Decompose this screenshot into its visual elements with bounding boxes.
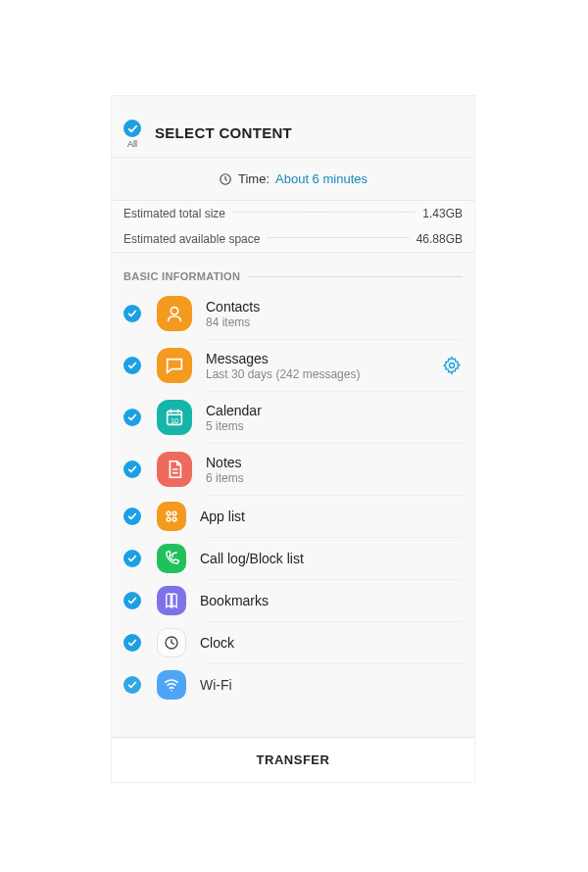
svg-point-6 <box>172 511 176 515</box>
available-space-row: Estimated available space 46.88GB <box>123 226 463 252</box>
item-text: Messages Last 30 days (242 messages) <box>206 351 441 381</box>
contacts-icon <box>157 296 192 331</box>
applist-icon <box>157 502 186 531</box>
item-title: Messages <box>206 351 441 366</box>
list-item-calllog[interactable]: Call log/Block list <box>123 538 463 579</box>
list-item-wifi[interactable]: Wi-Fi <box>123 664 463 705</box>
available-space-label: Estimated available space <box>123 232 260 246</box>
time-value: About 6 minutes <box>275 171 368 186</box>
header: All SELECT CONTENT <box>112 96 474 158</box>
checkbox-messages[interactable] <box>123 357 141 374</box>
checkbox-notes[interactable] <box>123 460 141 478</box>
calendar-icon: 10 <box>157 400 192 435</box>
size-info-block: Estimated total size 1.43GB Estimated av… <box>112 200 474 253</box>
svg-point-7 <box>167 517 171 521</box>
item-title: App list <box>200 509 463 524</box>
available-space-value: 46.88GB <box>416 232 463 246</box>
section-label: BASIC INFORMATION <box>123 270 240 282</box>
item-title: Notes <box>206 455 463 470</box>
phone-icon <box>157 544 186 573</box>
wifi-icon <box>157 670 186 700</box>
svg-point-8 <box>172 517 176 521</box>
item-text: Contacts 84 items <box>206 299 463 329</box>
notes-icon <box>157 452 192 487</box>
svg-point-1 <box>171 308 177 315</box>
item-text: Bookmarks <box>200 593 463 608</box>
checkbox-calllog[interactable] <box>123 550 141 567</box>
app-screen: All SELECT CONTENT Time: About 6 minutes… <box>111 95 475 783</box>
list-item-messages[interactable]: Messages Last 30 days (242 messages) <box>123 340 463 391</box>
list-item-contacts[interactable]: Contacts 84 items <box>123 288 463 339</box>
clock-icon <box>219 172 232 186</box>
checkbox-bookmarks[interactable] <box>123 592 141 609</box>
item-subtitle: 5 items <box>206 419 463 433</box>
item-text: App list <box>200 509 463 524</box>
select-all-checkmark-icon <box>123 120 141 137</box>
list-item-notes[interactable]: Notes 6 items <box>123 444 463 495</box>
divider-dotted <box>233 212 415 213</box>
checkbox-contacts[interactable] <box>123 305 141 322</box>
item-title: Clock <box>200 635 463 651</box>
item-subtitle: 6 items <box>206 471 463 485</box>
select-all-toggle[interactable]: All <box>123 120 141 149</box>
list-item-calendar[interactable]: 10 Calendar 5 items <box>123 392 463 443</box>
list-item-clock[interactable]: Clock <box>123 622 463 663</box>
item-title: Call log/Block list <box>200 551 463 566</box>
clock-app-icon <box>157 628 186 657</box>
item-subtitle: Last 30 days (242 messages) <box>206 367 441 381</box>
item-title: Contacts <box>206 299 463 315</box>
item-title: Wi-Fi <box>200 677 463 693</box>
bookmarks-icon <box>157 586 186 615</box>
svg-text:10: 10 <box>171 416 178 425</box>
svg-point-2 <box>450 363 455 368</box>
select-all-label: All <box>127 139 137 149</box>
item-title: Calendar <box>206 403 463 418</box>
total-size-row: Estimated total size 1.43GB <box>123 201 463 226</box>
messages-settings-button[interactable] <box>441 355 463 376</box>
checkbox-applist[interactable] <box>123 508 141 525</box>
checkbox-calendar[interactable] <box>123 409 141 426</box>
page-title: SELECT CONTENT <box>155 124 292 149</box>
section-basic-information: BASIC INFORMATION <box>112 253 474 288</box>
checkbox-wifi[interactable] <box>123 676 141 694</box>
item-text: Calendar 5 items <box>206 403 463 433</box>
list-item-applist[interactable]: App list <box>123 496 463 537</box>
item-subtitle: 84 items <box>206 315 463 329</box>
time-label: Time: <box>238 171 270 186</box>
content-list[interactable]: Contacts 84 items Messages Last 30 days … <box>112 288 474 705</box>
transfer-button[interactable]: TRANSFER <box>257 752 330 767</box>
svg-point-10 <box>171 690 172 692</box>
messages-icon <box>157 348 192 383</box>
checkbox-clock[interactable] <box>123 634 141 652</box>
item-title: Bookmarks <box>200 593 463 608</box>
item-text: Notes 6 items <box>206 455 463 485</box>
divider-line <box>248 276 463 277</box>
estimated-time-row: Time: About 6 minutes <box>112 158 474 200</box>
divider-dotted <box>268 237 408 238</box>
total-size-value: 1.43GB <box>422 207 463 220</box>
footer-bar: TRANSFER <box>112 737 474 782</box>
item-text: Clock <box>200 635 463 651</box>
total-size-label: Estimated total size <box>123 207 225 220</box>
item-text: Call log/Block list <box>200 551 463 566</box>
svg-point-5 <box>167 511 171 515</box>
list-item-bookmarks[interactable]: Bookmarks <box>123 580 463 621</box>
item-text: Wi-Fi <box>200 677 463 693</box>
